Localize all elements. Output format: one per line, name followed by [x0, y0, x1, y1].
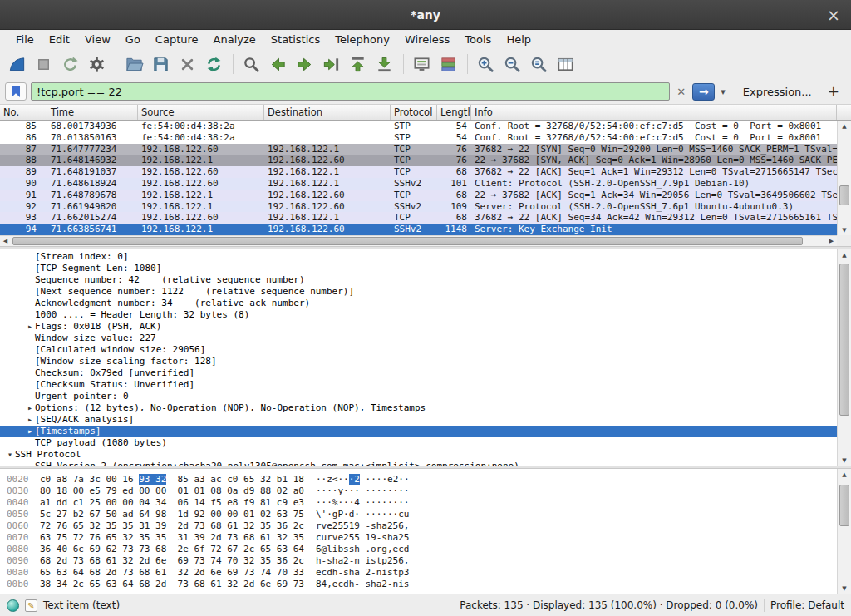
column-header-time[interactable]: Time — [47, 105, 138, 120]
menu-item[interactable]: Telephony — [327, 32, 397, 47]
capture-comment-icon[interactable] — [25, 599, 37, 612]
go-back-button[interactable] — [266, 52, 291, 76]
detail-line[interactable]: [Timestamps] — [0, 426, 837, 437]
menu-item[interactable]: Go — [118, 32, 148, 47]
hex-line[interactable]: 0040 a1 dd c1 25 00 00 04 34 06 14 f5 e8… — [7, 497, 837, 509]
scroll-up-icon[interactable] — [838, 469, 851, 480]
scroll-down-icon[interactable] — [838, 455, 851, 466]
hex-line[interactable]: 0060 72 76 65 32 35 35 31 39 2d 73 68 61… — [7, 520, 837, 532]
hex-line[interactable]: 00a0 65 63 64 68 2d 73 68 61 32 2d 6e 69… — [7, 567, 837, 579]
close-file-button[interactable] — [175, 52, 200, 76]
hex-line[interactable]: 0090 68 2d 73 68 61 32 2d 6e 69 73 74 70… — [7, 555, 837, 567]
column-header-source[interactable]: Source — [138, 105, 264, 120]
detail-line[interactable]: [Calculated window size: 29056] — [0, 344, 837, 356]
detail-line[interactable]: Acknowledgment number: 34 (relative ack … — [0, 298, 837, 309]
start-capture-button[interactable] — [5, 52, 30, 76]
packet-row[interactable]: 91 71.648789678 192.168.122.1 192.168.12… — [0, 190, 837, 201]
detail-line[interactable]: [Stream index: 0] — [0, 251, 837, 263]
packet-row[interactable]: 93 71.662015274 192.168.122.60 192.168.1… — [0, 212, 837, 224]
detail-line[interactable]: [Checksum Status: Unverified] — [0, 379, 837, 391]
detail-line[interactable]: Sequence number: 42 (relative sequence n… — [0, 274, 837, 286]
detail-line[interactable]: Checksum: 0x79ed [unverified] — [0, 367, 837, 379]
filter-clear-icon[interactable]: ✕ — [674, 86, 688, 98]
filter-dropdown-icon[interactable]: ▾ — [719, 86, 727, 97]
go-last-button[interactable] — [372, 52, 397, 76]
packet-row[interactable]: 88 71.648146932 192.168.122.1 192.168.12… — [0, 155, 837, 166]
go-first-button[interactable] — [346, 52, 371, 76]
auto-scroll-button[interactable] — [410, 52, 435, 76]
zoom-out-button[interactable] — [500, 52, 525, 76]
menu-item[interactable]: Analyze — [206, 32, 263, 47]
packet-row[interactable]: 92 71.661949820 192.168.122.1 192.168.12… — [0, 201, 837, 213]
scroll-right-icon[interactable] — [826, 236, 837, 246]
menu-item[interactable]: Capture — [148, 32, 206, 47]
menu-item[interactable]: File — [8, 32, 42, 47]
detail-line[interactable]: [SEQ/ACK analysis] — [0, 414, 837, 426]
packet-row[interactable]: 94 71.663856741 192.168.122.1 192.168.12… — [0, 224, 837, 235]
scrollbar-thumb[interactable] — [839, 185, 849, 205]
menu-item[interactable]: Help — [499, 32, 539, 47]
detail-line[interactable]: Options: (12 bytes), No-Operation (NOP),… — [0, 402, 837, 414]
packet-row[interactable]: 87 71.647777234 192.168.122.60 192.168.1… — [0, 144, 837, 155]
column-header-protocol[interactable]: Protocol — [391, 105, 437, 120]
hex-line[interactable]: 0030 80 18 00 e5 79 ed 00 00 01 01 08 0a… — [7, 485, 837, 497]
detail-line[interactable]: TCP payload (1080 bytes) — [0, 437, 837, 449]
hscrollbar-thumb[interactable] — [12, 237, 803, 245]
scroll-down-icon[interactable] — [838, 583, 851, 594]
find-packet-button[interactable] — [239, 52, 264, 76]
go-to-packet-button[interactable] — [319, 52, 344, 76]
hex-line[interactable]: 0050 5c 27 b2 67 50 ad 64 98 1d 92 00 00… — [7, 509, 837, 520]
save-file-button[interactable] — [149, 52, 174, 76]
column-header-no[interactable]: No. — [0, 105, 47, 120]
open-file-button[interactable] — [122, 52, 147, 76]
detail-line[interactable]: Flags: 0x018 (PSH, ACK) — [0, 321, 837, 333]
detail-line[interactable]: SSH Protocol — [0, 449, 837, 461]
capture-options-button[interactable] — [85, 52, 110, 76]
detail-line[interactable]: Urgent pointer: 0 — [0, 391, 837, 402]
column-header-info[interactable]: Info — [471, 105, 837, 120]
detail-line[interactable]: Window size value: 227 — [0, 333, 837, 344]
restart-capture-button[interactable] — [58, 52, 83, 76]
hex-line[interactable]: 0070 63 75 72 76 65 32 35 35 31 39 2d 73… — [7, 532, 837, 544]
reload-file-button[interactable] — [202, 52, 227, 76]
display-filter-input[interactable]: !tcp.port == 22 — [31, 82, 670, 101]
scroll-down-icon[interactable] — [838, 224, 851, 235]
scroll-up-icon[interactable] — [838, 121, 851, 131]
packet-list-hscrollbar[interactable] — [0, 235, 837, 246]
detail-line[interactable]: 1000 .... = Header Length: 32 bytes (8) — [0, 309, 837, 321]
scroll-up-icon[interactable] — [838, 249, 851, 260]
menu-item[interactable]: View — [77, 32, 118, 47]
menu-item[interactable]: Statistics — [263, 32, 327, 47]
packet-row[interactable]: 89 71.648191037 192.168.122.60 192.168.1… — [0, 166, 837, 178]
detail-line[interactable]: [Window size scaling factor: 128] — [0, 356, 837, 367]
menu-item[interactable]: Tools — [457, 32, 499, 47]
column-header-length[interactable]: Length — [437, 105, 471, 120]
column-header-destination[interactable]: Destination — [264, 105, 391, 120]
hex-line[interactable]: 0080 36 40 6c 69 62 73 73 68 2e 6f 72 67… — [7, 544, 837, 555]
menu-item[interactable]: Edit — [42, 32, 77, 47]
detail-line[interactable]: [Next sequence number: 1122 (relative se… — [0, 286, 837, 298]
close-window-button[interactable]: × — [827, 7, 840, 22]
packet-row[interactable]: 86 70.013850163 fe:54:00:d4:38:2a STP 54… — [0, 132, 837, 144]
profile-button[interactable]: Profile: Default — [770, 599, 844, 611]
hex-line[interactable]: 0020 c0 a8 7a 3c 00 16 93 32 85 a3 ac c0… — [7, 474, 837, 485]
filter-bookmark-button[interactable] — [5, 82, 27, 101]
colorize-button[interactable] — [436, 52, 461, 76]
expression-button[interactable]: Expression... — [743, 86, 812, 98]
detail-line[interactable]: SSH Version 2 (encryption:chacha20-poly1… — [0, 461, 837, 466]
zoom-original-button[interactable] — [527, 52, 552, 76]
hex-scrollbar[interactable] — [837, 469, 851, 594]
details-scrollbar[interactable] — [837, 249, 851, 466]
detail-line[interactable]: [TCP Segment Len: 1080] — [0, 263, 837, 274]
expert-info-icon[interactable] — [7, 599, 19, 612]
hex-line[interactable]: 00b0 38 34 2c 65 63 64 68 2d 73 68 61 32… — [7, 579, 837, 590]
packet-row[interactable]: 85 68.001734936 fe:54:00:d4:38:2a STP 54… — [0, 121, 837, 132]
go-forward-button[interactable] — [293, 52, 317, 76]
resize-columns-button[interactable] — [553, 52, 578, 76]
scroll-left-icon[interactable] — [0, 236, 11, 246]
menu-item[interactable]: Wireless — [397, 32, 457, 47]
add-filter-button[interactable]: + — [823, 83, 844, 100]
scrollbar-thumb[interactable] — [839, 485, 849, 526]
packet-row[interactable]: 90 71.648618924 192.168.122.60 192.168.1… — [0, 178, 837, 190]
stop-capture-button[interactable] — [32, 52, 57, 76]
